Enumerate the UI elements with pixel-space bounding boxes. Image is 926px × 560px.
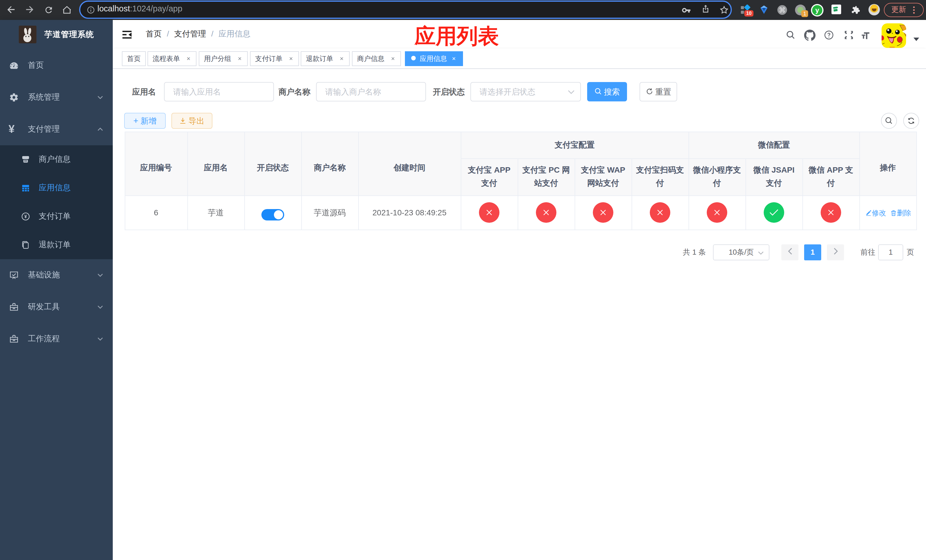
svg-text:¥: ¥ (24, 214, 27, 219)
